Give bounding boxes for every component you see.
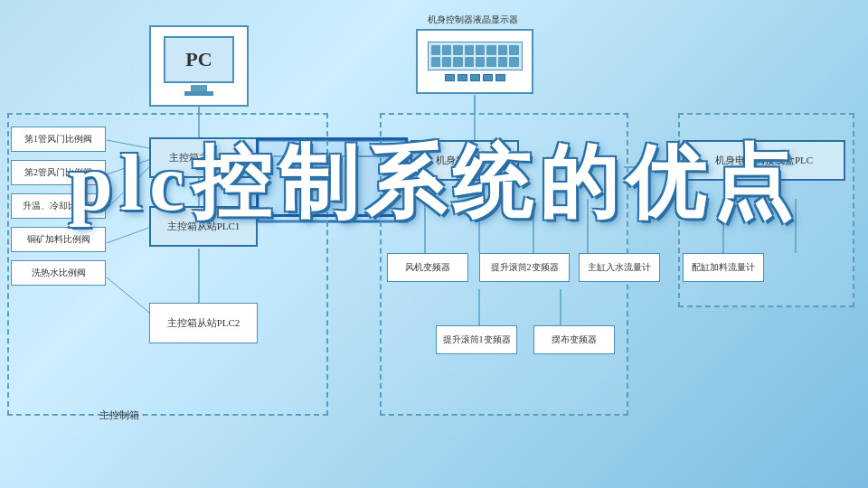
pc-base [184, 91, 213, 96]
main-slave-plc2: 主控箱从站PLC2 [149, 303, 258, 343]
bottom-box-5: 摆布变频器 [533, 325, 615, 354]
bottom-box-2: 主缸入水流量计 [579, 253, 660, 282]
left-box-4: 洗热水比例阀 [11, 260, 106, 286]
display-buttons-row [445, 74, 505, 81]
bottom-box-1: 提升滚筒2变频器 [479, 253, 570, 282]
display-screen [428, 42, 523, 70]
pc-box: PC [149, 25, 249, 107]
display-label: 机身控制器液晶显示器 [411, 14, 533, 26]
controller-display [416, 29, 533, 94]
main-control-label: 主控制箱 [99, 408, 139, 422]
left-box-3: 铜矿加料比例阀 [11, 227, 106, 252]
bottom-box-4: 提升滚筒1变频器 [436, 325, 517, 354]
bottom-box-0: 风机变频器 [387, 253, 468, 282]
page-title: plc控制系统的优点 [0, 140, 868, 228]
title-overlay: plc控制系统的优点 [0, 140, 868, 228]
pc-screen: PC [164, 36, 234, 83]
bottom-box-3: 配缸加料流量计 [683, 253, 764, 282]
pc-stand [191, 85, 207, 91]
diagram-container: PC 机身控制器液晶显示器 [0, 0, 868, 488]
